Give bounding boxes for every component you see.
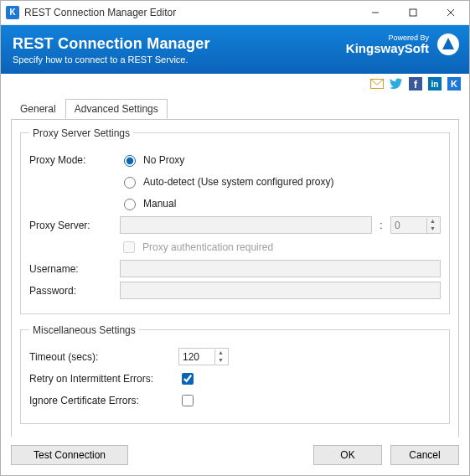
maximize-icon [409, 8, 417, 17]
radio-no-proxy[interactable] [124, 155, 136, 167]
retry-label: Retry on Intermittent Errors: [29, 373, 172, 385]
minimize-button[interactable] [356, 1, 394, 24]
username-input [120, 260, 441, 277]
facebook-icon[interactable]: f [408, 77, 422, 91]
ignore-cert-label: Ignore Certificate Errors: [29, 395, 172, 406]
misc-settings-group: Miscellaneous Settings Timeout (secs): 1… [20, 324, 450, 424]
window-title: REST Connection Manager Editor [24, 7, 176, 18]
proxy-settings-group: Proxy Server Settings Proxy Mode: No Pro… [20, 127, 450, 314]
svg-rect-1 [410, 9, 416, 16]
maximize-button[interactable] [394, 1, 431, 24]
content-area: General Advanced Settings Proxy Server S… [1, 95, 469, 437]
app-icon: K [6, 6, 19, 19]
proxy-port-separator: : [379, 220, 384, 231]
radio-manual[interactable] [124, 199, 136, 210]
proxy-auth-checkbox-row: Proxy authentication required [120, 239, 273, 256]
tab-general[interactable]: General [11, 99, 65, 119]
k-icon[interactable]: K [447, 77, 461, 91]
tab-strip: General Advanced Settings [11, 99, 459, 120]
password-label: Password: [29, 285, 113, 297]
proxy-server-input [120, 216, 372, 234]
footer: Test Connection OK Cancel [1, 437, 469, 475]
username-label: Username: [29, 263, 113, 275]
tab-panel-advanced: Proxy Server Settings Proxy Mode: No Pro… [11, 119, 459, 437]
email-icon[interactable] [369, 77, 384, 91]
misc-legend: Miscellaneous Settings [29, 324, 139, 336]
window: K REST Connection Manager Editor REST Co… [0, 0, 470, 476]
test-connection-button[interactable]: Test Connection [11, 445, 128, 465]
svg-text:in: in [431, 80, 438, 89]
proxy-port-value: 0 [395, 220, 400, 231]
radio-auto[interactable] [124, 177, 136, 189]
retry-checkbox[interactable] [182, 373, 194, 385]
cancel-button[interactable]: Cancel [390, 445, 459, 465]
linkedin-icon[interactable]: in [427, 77, 442, 91]
banner: REST Connection Manager Specify how to c… [1, 25, 469, 74]
proxy-mode-auto[interactable]: Auto-detect (Use system configured proxy… [120, 174, 333, 189]
twitter-icon[interactable] [389, 77, 403, 91]
proxy-server-label: Proxy Server: [29, 220, 113, 231]
proxy-mode-manual[interactable]: Manual [120, 196, 176, 210]
proxy-legend: Proxy Server Settings [29, 127, 133, 139]
close-button[interactable] [431, 1, 469, 24]
minimize-icon [371, 8, 380, 17]
title-bar: K REST Connection Manager Editor [1, 1, 469, 25]
proxy-mode-no-proxy[interactable]: No Proxy [120, 153, 184, 167]
radio-no-proxy-label: No Proxy [143, 154, 184, 166]
timeout-input[interactable]: 120 ▲▼ [178, 348, 229, 365]
ok-button[interactable]: OK [313, 445, 382, 465]
radio-manual-label: Manual [143, 198, 176, 210]
password-input [120, 282, 441, 299]
timeout-value: 120 [183, 351, 199, 363]
timeout-spinner[interactable]: ▲▼ [214, 349, 226, 365]
radio-auto-label: Auto-detect (Use system configured proxy… [143, 176, 333, 188]
timeout-label: Timeout (secs): [29, 351, 172, 363]
proxy-port-input: 0 ▲▼ [390, 216, 441, 234]
proxy-port-spinner: ▲▼ [426, 218, 438, 233]
close-icon [447, 8, 455, 17]
brand-logo: Powered By KingswaySoft [346, 34, 429, 54]
ignore-cert-checkbox[interactable] [182, 395, 194, 406]
brand-name: ingswaySoft [355, 41, 429, 55]
proxy-auth-label: Proxy authentication required [142, 241, 273, 253]
product-icon [436, 32, 461, 57]
svg-text:K: K [451, 79, 457, 89]
proxy-auth-checkbox [123, 241, 135, 253]
tab-advanced[interactable]: Advanced Settings [65, 99, 168, 119]
proxy-mode-label: Proxy Mode: [29, 154, 113, 166]
social-bar: f in K [1, 74, 469, 95]
